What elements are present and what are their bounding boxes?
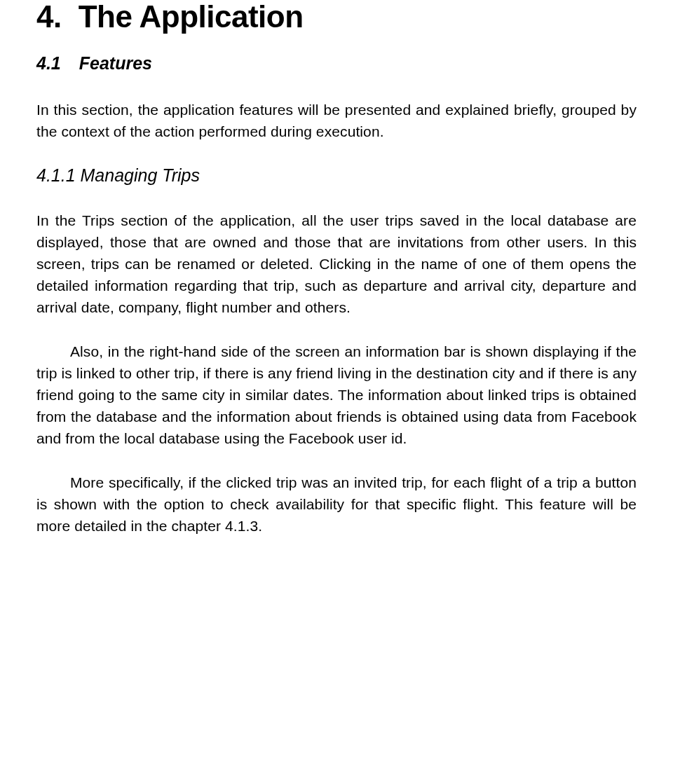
subsection-heading: 4.1.1 Managing Trips [36,165,637,186]
document-page: 4.The Application 4.1Features In this se… [0,0,673,588]
section-number: 4.1 [36,53,61,73]
chapter-number: 4. [36,0,62,34]
body-paragraph: Also, in the right-hand side of the scre… [36,341,637,449]
section-title: Features [79,53,152,73]
section-intro-paragraph: In this section, the application feature… [36,99,637,142]
body-paragraph: More specifically, if the clicked trip w… [36,472,637,537]
body-paragraph: In the Trips section of the application,… [36,209,637,318]
section-heading: 4.1Features [36,53,637,74]
chapter-heading: 4.The Application [36,0,637,34]
chapter-title: The Application [79,0,304,34]
